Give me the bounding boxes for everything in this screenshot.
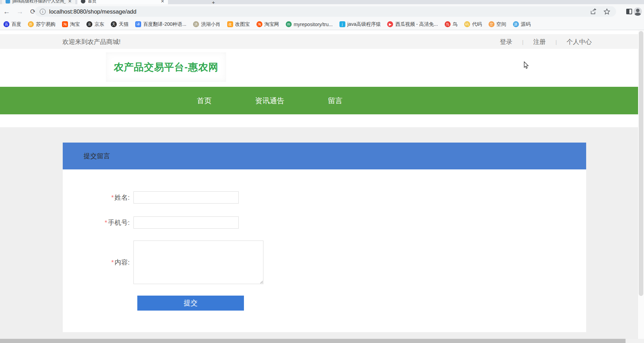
bookmark-favicon-icon: 译 [135,21,141,27]
bookmark-favicon-icon: m [286,21,292,27]
required-asterisk: * [105,219,107,226]
scrollbar-corner [638,339,644,343]
bookmark-item[interactable]: 洪洪湖小肖 [193,21,221,28]
content-section: 提交留言 *姓名: *手机号: [0,127,644,343]
bookmark-label: 鸟 [453,21,458,28]
bookmark-favicon-icon: 洪 [193,21,199,27]
account-link-0[interactable]: 登录 [500,38,512,46]
bookmark-item[interactable]: 鸟鸟 [445,21,458,28]
new-tab-button[interactable]: + [212,0,215,4]
bookmark-item[interactable]: 译百度翻译-200种语... [135,21,186,28]
horizontal-scrollbar-thumb[interactable] [0,339,626,343]
nav-item-1[interactable]: 资讯通告 [237,87,302,114]
panel-header: 提交留言 [63,143,586,169]
address-bar[interactable]: i localhost:8080/shop/message/add [35,6,616,17]
bookmark-item[interactable]: 码代码 [464,21,482,28]
panel-body: *姓名: *手机号: *内容: [63,169,586,332]
bookmark-item[interactable]: ▶西瓜视频 - 高清免... [387,21,438,28]
bookmark-favicon-icon: 苏 [28,21,34,27]
forward-button[interactable]: → [15,6,25,17]
bookmark-favicon-icon: ▶ [387,21,393,27]
tab-close-icon[interactable]: ✕ [161,0,164,4]
phone-label: *手机号: [63,218,133,227]
bookmark-item[interactable]: 改改图宝 [227,21,250,28]
site-logo-text: 农产品交易平台-惠农网 [114,61,218,74]
submit-button[interactable]: 提交 [137,296,244,311]
back-button[interactable]: ← [1,6,12,17]
bookmark-label: 改图宝 [235,21,250,28]
bookmark-favicon-icon: 码 [464,21,470,27]
link-divider: | [522,39,523,45]
browser-window: java高级程序猿的个人空间_哔哩... ✕ 首页 ✕ + ← → ⟳ i lo… [0,0,644,343]
url-text[interactable]: localhost:8080/shop/message/add [49,8,590,15]
welcome-message: 欢迎来到农产品商城! [62,38,121,46]
bookmark-favicon-icon: 鸟 [445,21,451,27]
globe-favicon-icon [81,0,85,3]
bookmark-item[interactable]: jjava高级程序猿 [339,21,381,28]
bookmark-item[interactable]: 天天猫 [111,21,129,28]
bookmark-star-icon[interactable] [603,8,611,15]
page-info-icon[interactable]: i [40,9,46,15]
page-viewport: 欢迎来到农产品商城! 登录|注册|个人中心 农产品交易平台-惠农网 首页资讯通告… [0,30,644,343]
required-asterisk: * [111,194,114,201]
bookmark-label: myrepository/tru... [294,22,333,27]
account-links: 登录|注册|个人中心 [500,38,592,46]
site-logo[interactable]: 农产品交易平台-惠农网 [106,52,226,82]
bookmark-item[interactable]: 源源码 [513,21,531,28]
tab-home[interactable]: 首页 ✕ [77,0,168,4]
account-link-2[interactable]: 个人中心 [567,38,592,46]
bookmark-item[interactable]: 京京东 [86,21,104,28]
share-icon[interactable] [590,8,597,15]
bookmark-label: 源码 [521,21,531,28]
bookmark-favicon-icon: 淘 [62,21,68,27]
bookmark-label: 代码 [472,21,482,28]
vertical-scrollbar-thumb[interactable] [639,31,643,296]
bookmark-favicon-icon: 天 [111,21,117,27]
bookmark-item[interactable]: 淘淘宝 [62,21,80,28]
bookmark-item[interactable]: 苏苏宁易购 [28,21,55,28]
nav-item-2[interactable]: 留言 [302,87,368,114]
phone-input[interactable] [133,216,239,229]
bookmark-item[interactable]: mmyrepository/tru... [286,21,333,27]
bookmark-label: 西瓜视频 - 高清免... [395,21,438,28]
mouse-cursor [523,61,529,70]
form-row-name: *姓名: [63,191,586,204]
nav-item-0[interactable]: 首页 [171,87,237,114]
horizontal-scrollbar[interactable] [0,339,638,343]
bookmark-item[interactable]: 空空间 [489,21,506,28]
vertical-scrollbar[interactable] [638,30,644,339]
bookmark-favicon-icon: j [339,21,345,27]
content-textarea[interactable] [133,241,263,284]
bookmark-favicon-icon: 百 [3,21,9,27]
side-panel-icon[interactable] [626,9,632,14]
panel-title: 提交留言 [84,152,110,161]
bookmark-item[interactable]: 百百度 [3,21,21,28]
required-asterisk: * [111,259,114,266]
tab-title: 首页 [88,0,158,4]
bookmark-label: 苏宁易购 [36,21,55,28]
name-input[interactable] [133,191,239,204]
bookmark-label: 淘宝网 [264,21,279,28]
bookmark-label: 京东 [94,21,104,28]
browser-toolbar: ← → ⟳ i localhost:8080/shop/message/add [0,4,644,19]
bookmark-label: 洪湖小肖 [201,21,221,28]
bookmark-item[interactable]: 淘淘宝网 [256,21,279,28]
form-row-content: *内容: [63,241,586,284]
welcome-bar: 欢迎来到农产品商城! 登录|注册|个人中心 [0,34,638,49]
tab-bilibili[interactable]: java高级程序猿的个人空间_哔哩... ✕ [2,0,75,4]
bookmark-label: java高级程序猿 [347,21,381,28]
bookmark-favicon-icon: 改 [227,21,233,27]
main-nav: 首页资讯通告留言 [0,87,644,114]
bookmark-favicon-icon: 淘 [256,21,262,27]
bookmark-favicon-icon: 京 [86,21,92,27]
profile-avatar[interactable] [634,7,642,16]
tab-close-icon[interactable]: ✕ [68,0,72,4]
account-link-1[interactable]: 注册 [533,38,546,46]
form-row-phone: *手机号: [63,216,586,229]
bilibili-favicon-icon [6,0,10,3]
bookmarks-bar: 百百度苏苏宁易购淘淘宝京京东天天猫译百度翻译-200种语...洪洪湖小肖改改图宝… [0,19,644,30]
site-header: 农产品交易平台-惠农网 [0,49,638,87]
bookmark-label: 天猫 [119,21,129,28]
tab-title: java高级程序猿的个人空间_哔哩... [13,0,66,4]
content-label: *内容: [63,258,133,267]
